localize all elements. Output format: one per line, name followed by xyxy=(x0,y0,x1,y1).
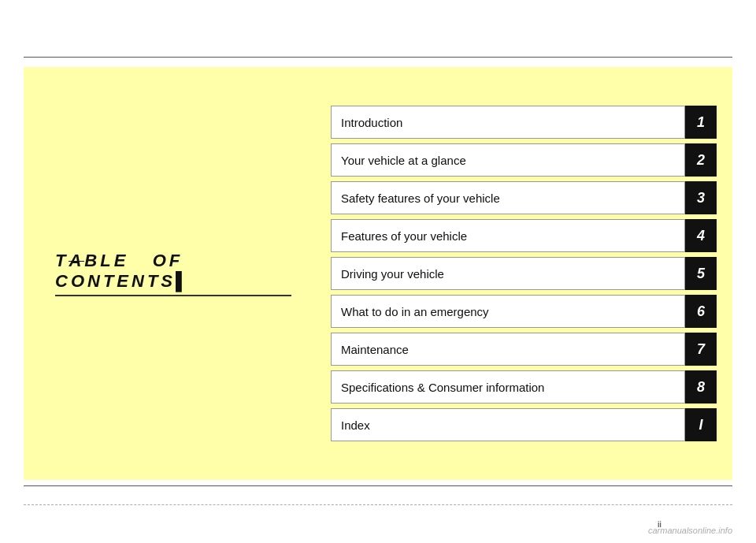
toc-label-8: Specifications & Consumer information xyxy=(331,370,685,404)
toc-number-8: 8 xyxy=(685,370,717,404)
toc-number-5: 5 xyxy=(685,257,717,290)
toc-row[interactable]: Features of your vehicle4 xyxy=(331,219,717,252)
watermark-text: carmanualsonline.info xyxy=(648,526,732,535)
toc-number-1: 1 xyxy=(685,106,717,139)
top-divider xyxy=(24,57,732,58)
toc-row[interactable]: Maintenance7 xyxy=(331,333,717,366)
toc-label-5: Driving your vehicle xyxy=(331,257,685,290)
dashed-divider xyxy=(24,504,732,505)
toc-row[interactable]: What to do in an emergency6 xyxy=(331,295,717,328)
toc-row[interactable]: Your vehicle at a glance2 xyxy=(331,143,717,177)
toc-row[interactable]: IndexI xyxy=(331,408,717,441)
toc-label-2: Your vehicle at a glance xyxy=(331,143,685,177)
toc-number-9: I xyxy=(685,408,717,441)
main-content-area: TABLE OF CONTENTS▌ Introduction1Your veh… xyxy=(24,67,732,480)
left-section: TABLE OF CONTENTS▌ xyxy=(24,67,323,480)
toc-title: TABLE OF CONTENTS▌ xyxy=(55,251,291,296)
toc-label-1: Introduction xyxy=(331,106,685,139)
bottom-divider xyxy=(24,485,732,486)
toc-label-7: Maintenance xyxy=(331,333,685,366)
toc-row[interactable]: Driving your vehicle5 xyxy=(331,257,717,290)
toc-number-2: 2 xyxy=(685,143,717,177)
toc-label-4: Features of your vehicle xyxy=(331,219,685,252)
toc-number-4: 4 xyxy=(685,219,717,252)
toc-label-6: What to do in an emergency xyxy=(331,295,685,328)
toc-number-7: 7 xyxy=(685,333,717,366)
toc-label-9: Index xyxy=(331,408,685,441)
toc-number-3: 3 xyxy=(685,181,717,214)
toc-row[interactable]: Specifications & Consumer information8 xyxy=(331,370,717,404)
toc-number-6: 6 xyxy=(685,295,717,328)
toc-label-3: Safety features of your vehicle xyxy=(331,181,685,214)
toc-row[interactable]: Safety features of your vehicle3 xyxy=(331,181,717,214)
toc-list: Introduction1Your vehicle at a glance2Sa… xyxy=(323,90,732,457)
toc-row[interactable]: Introduction1 xyxy=(331,106,717,139)
